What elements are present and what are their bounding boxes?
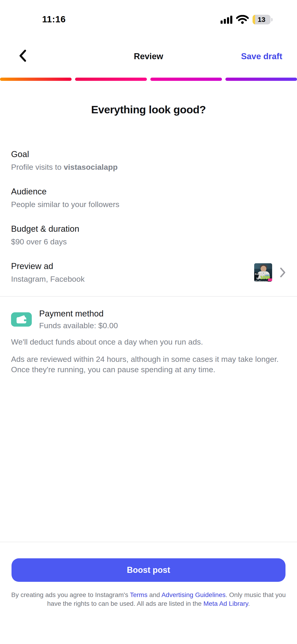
deduct-note: We'll deduct funds about once a day when… (11, 337, 287, 347)
divider (0, 542, 297, 542)
thumbnail-text-to: to (256, 277, 259, 280)
wifi-icon (236, 15, 249, 24)
payment-method-row[interactable]: Payment method Funds available: $0.00 (11, 309, 286, 330)
meta-ad-library-link[interactable]: Meta Ad Library (203, 600, 248, 607)
audience-label: Audience (11, 186, 286, 197)
review-heading: Everything look good? (0, 103, 297, 116)
save-draft-button[interactable]: Save draft (241, 52, 282, 61)
funds-available: Funds available: $0.00 (39, 320, 118, 330)
boost-post-label: Boost post (127, 565, 170, 575)
ad-thumbnail[interactable]: cial From 0 to 100k Follower (254, 263, 272, 282)
terms-link[interactable]: Terms (130, 591, 147, 598)
review-summary: Goal Profile visits to vistasocialapp Au… (11, 149, 286, 298)
payment-method-title: Payment method (39, 309, 118, 319)
preview-ad-value: Instagram, Facebook (11, 274, 254, 284)
footer-text: By creating ads you agree to Instagram's (11, 591, 130, 598)
divider (0, 296, 297, 297)
goal-value-prefix: Profile visits to (11, 162, 64, 171)
battery-icon: 13 (252, 15, 272, 24)
info-notes: We'll deduct funds about once a day when… (11, 337, 287, 375)
thumbnail-text-follower: Follower (255, 280, 268, 282)
wallet-icon (11, 312, 32, 326)
audience-value: People similar to your followers (11, 200, 286, 209)
budget-value: $90 over 6 days (11, 237, 286, 246)
footer-text: . (248, 600, 250, 607)
battery-percent: 13 (252, 15, 270, 24)
footer-text: and (147, 591, 162, 598)
goal-section: Goal Profile visits to vistasocialapp (11, 149, 286, 172)
budget-label: Budget & duration (11, 224, 286, 234)
payment-texts: Payment method Funds available: $0.00 (39, 309, 118, 330)
advertising-guidelines-link[interactable]: Advertising Guidelines (162, 591, 226, 598)
preview-ad-row[interactable]: Preview ad Instagram, Facebook cial From… (11, 261, 286, 284)
goal-value-account: vistasocialapp (64, 162, 118, 171)
progress-segment-1 (0, 78, 72, 81)
audience-section: Audience People similar to your follower… (11, 186, 286, 209)
progress-segment-3 (150, 78, 222, 81)
budget-section: Budget & duration $90 over 6 days (11, 224, 286, 246)
boost-post-button[interactable]: Boost post (12, 558, 286, 582)
review-note: Ads are reviewed within 24 hours, althou… (11, 354, 287, 375)
thumbnail-pink-block (268, 278, 272, 281)
legal-footer: By creating ads you agree to Instagram's… (9, 590, 288, 608)
status-icons: 13 (220, 14, 272, 25)
chevron-right-icon (280, 267, 286, 278)
goal-label: Goal (11, 149, 286, 160)
preview-ad-label: Preview ad (11, 261, 254, 271)
status-time: 11:16 (42, 14, 66, 24)
cellular-signal-icon (220, 16, 232, 24)
step-progress-bar (0, 78, 297, 81)
progress-segment-4 (226, 78, 297, 81)
progress-segment-2 (75, 78, 147, 81)
goal-value: Profile visits to vistasocialapp (11, 162, 286, 172)
